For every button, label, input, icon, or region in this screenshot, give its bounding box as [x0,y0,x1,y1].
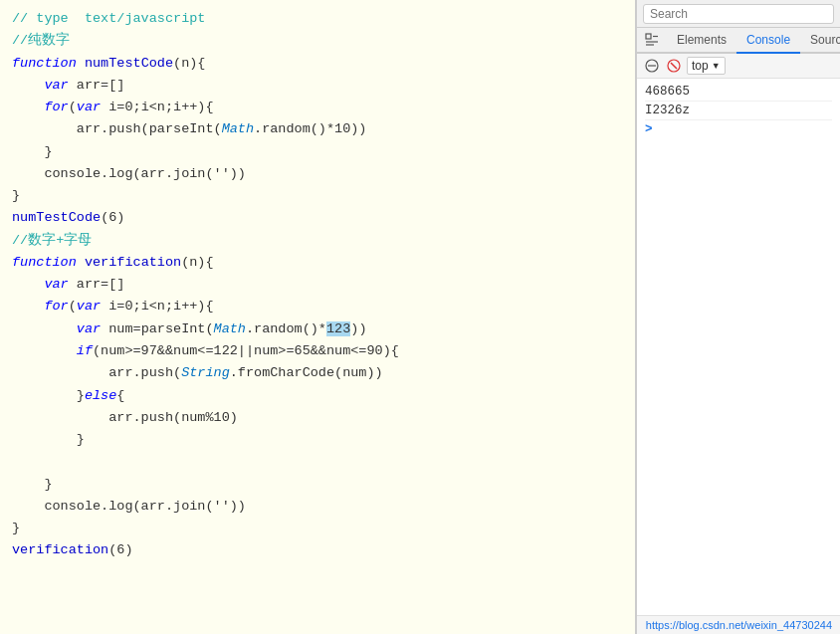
code-line: } [12,429,623,451]
footer-url: https://blog.csdn.net/weixin_44730244 [646,619,832,631]
svg-line-7 [671,63,677,69]
code-line: // type text/javascript [12,8,623,30]
code-line: //数字+字母 [12,230,623,252]
code-line: function verification(n){ [12,252,623,274]
code-line: }else{ [12,385,623,407]
code-line: arr.push(num%10) [12,407,623,429]
svg-rect-0 [646,34,651,39]
code-line: var arr=[] [12,274,623,296]
stop-icon[interactable] [665,57,683,75]
code-line: console.log(arr.join('')) [12,496,623,518]
console-output-line-1: 468665 [645,83,832,102]
code-line: } [12,141,623,163]
code-line: } [12,474,623,496]
devtools-panel: Elements Console Sourc top ▼ 468665 I232… [636,0,840,634]
devtools-tab-bar: Elements Console Sourc [637,28,840,54]
tab-sources[interactable]: Sourc [800,28,840,54]
code-line: var arr=[] [12,75,623,97]
code-line: } [12,185,623,207]
console-toolbar: top ▼ [637,54,840,79]
console-output: 468665 I2326z > [637,79,840,615]
devtools-search-input[interactable] [643,4,834,24]
inspect-icon[interactable] [637,28,667,52]
code-line: numTestCode(6) [12,207,623,229]
devtools-search-bar [637,0,840,28]
context-selector[interactable]: top ▼ [687,57,726,75]
code-line: function numTestCode(n){ [12,53,623,75]
context-label: top [692,59,709,73]
code-line: var num=parseInt(Math.random()*123)) [12,318,623,340]
code-line: //纯数字 [12,30,623,52]
code-line: if(num>=97&&num<=122||num>=65&&num<=90){ [12,340,623,362]
code-line: for(var i=0;i<n;i++){ [12,296,623,317]
tab-elements[interactable]: Elements [667,28,736,54]
code-editor: // type text/javascript//纯数字function num… [0,0,636,634]
chevron-down-icon: ▼ [712,61,721,71]
code-line: arr.push(String.fromCharCode(num)) [12,362,623,384]
code-line: console.log(arr.join('')) [12,163,623,185]
code-line: } [12,518,623,539]
code-line: for(var i=0;i<n;i++){ [12,97,623,118]
code-line: verification(6) [12,539,623,561]
code-line: arr.push(parseInt(Math.random()*10)) [12,118,623,140]
console-prompt[interactable]: > [645,120,832,138]
code-line [12,451,623,473]
tab-console[interactable]: Console [736,28,800,54]
devtools-footer: https://blog.csdn.net/weixin_44730244 [637,615,840,634]
console-output-line-2: I2326z [645,102,832,120]
clear-console-icon[interactable] [643,57,661,75]
